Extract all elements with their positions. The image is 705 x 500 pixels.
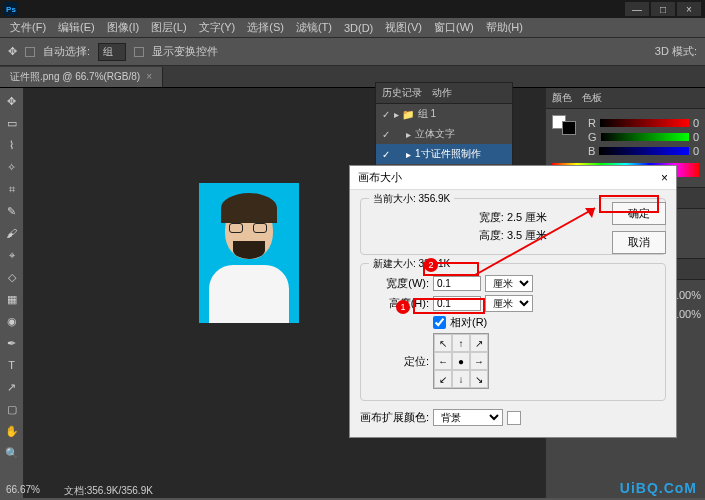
current-width: 宽度: 2.5 厘米 — [479, 210, 547, 225]
width-unit-select[interactable]: 厘米 — [485, 275, 533, 292]
g-label: G — [588, 131, 597, 143]
move-tool[interactable]: ✥ — [1, 91, 23, 111]
tab-actions[interactable]: 动作 — [432, 86, 452, 100]
menu-select[interactable]: 选择(S) — [243, 18, 288, 37]
document-tab[interactable]: 证件照.png @ 66.7%(RGB/8) × — [0, 67, 163, 87]
action-item[interactable]: ✓▸立体文字 — [376, 124, 512, 144]
toolbox: ✥ ▭ ⌇ ✧ ⌗ ✎ 🖌 ⌖ ◇ ▦ ◉ ✒ T ↗ ▢ ✋ 🔍 — [0, 88, 24, 498]
anchor-grid[interactable]: ↖↑↗ ←●→ ↙↓↘ — [433, 333, 489, 389]
menu-bar: 文件(F) 编辑(E) 图像(I) 图层(L) 文字(Y) 选择(S) 滤镜(T… — [0, 18, 705, 38]
gradient-tool[interactable]: ▦ — [1, 289, 23, 309]
window-titlebar: Ps — □ × — [0, 0, 705, 18]
show-transform-label: 显示变换控件 — [152, 44, 218, 59]
b-value: 0 — [693, 145, 699, 157]
wand-tool[interactable]: ✧ — [1, 157, 23, 177]
tab-close-icon[interactable]: × — [146, 71, 152, 82]
current-height: 高度: 3.5 厘米 — [479, 228, 547, 243]
action-item-selected[interactable]: ✓▸1寸证件照制作 — [376, 144, 512, 164]
brush-tool[interactable]: 🖌 — [1, 223, 23, 243]
width-input[interactable] — [433, 276, 481, 291]
hand-tool[interactable]: ✋ — [1, 421, 23, 441]
show-transform-checkbox[interactable] — [134, 47, 144, 57]
opacity-value[interactable]: 100% — [673, 289, 701, 301]
document-tab-title: 证件照.png @ 66.7%(RGB/8) — [10, 70, 140, 84]
menu-layer[interactable]: 图层(L) — [147, 18, 190, 37]
annotation-number-2: 2 — [424, 258, 438, 272]
tab-swatches[interactable]: 色板 — [582, 91, 602, 105]
menu-file[interactable]: 文件(F) — [6, 18, 50, 37]
text-tool[interactable]: T — [1, 355, 23, 375]
menu-image[interactable]: 图像(I) — [103, 18, 143, 37]
r-label: R — [588, 117, 596, 129]
doc-size: 文档:356.9K/356.9K — [64, 484, 153, 498]
ok-button[interactable]: 确定 — [612, 202, 666, 225]
menu-view[interactable]: 视图(V) — [381, 18, 426, 37]
photo-hair — [221, 193, 277, 223]
mode-3d-label: 3D 模式: — [655, 44, 697, 59]
id-photo-canvas — [199, 183, 299, 323]
g-value: 0 — [693, 131, 699, 143]
lasso-tool[interactable]: ⌇ — [1, 135, 23, 155]
r-slider[interactable] — [600, 119, 689, 127]
photo-shirt — [209, 265, 289, 323]
menu-edit[interactable]: 编辑(E) — [54, 18, 99, 37]
marquee-tool[interactable]: ▭ — [1, 113, 23, 133]
b-slider[interactable] — [599, 147, 689, 155]
crop-tool[interactable]: ⌗ — [1, 179, 23, 199]
menu-3d[interactable]: 3D(D) — [340, 20, 377, 36]
dialog-close-button[interactable]: × — [661, 171, 668, 185]
maximize-button[interactable]: □ — [651, 2, 675, 16]
bg-color-swatch[interactable] — [562, 121, 576, 135]
r-value: 0 — [693, 117, 699, 129]
auto-select-dropdown[interactable]: 组 — [98, 43, 126, 61]
extension-color-swatch[interactable] — [507, 411, 521, 425]
anchor-label: 定位: — [371, 354, 429, 369]
cancel-button[interactable]: 取消 — [612, 231, 666, 254]
photo-beard — [233, 241, 265, 259]
document-tabbar: 证件照.png @ 66.7%(RGB/8) × — [0, 66, 705, 88]
color-panel-tabs: 颜色 色板 — [546, 88, 705, 109]
path-tool[interactable]: ↗ — [1, 377, 23, 397]
close-window-button[interactable]: × — [677, 2, 701, 16]
pen-tool[interactable]: ✒ — [1, 333, 23, 353]
watermark: UiBQ.CoM — [620, 480, 697, 496]
annotation-number-1: 1 — [396, 300, 410, 314]
eraser-tool[interactable]: ◇ — [1, 267, 23, 287]
new-size-group: 新建大小: 382.1K 宽度(W): 厘米 高度(H): 厘米 相对(R) 定… — [360, 263, 666, 401]
window-controls: — □ × — [625, 2, 701, 16]
extension-color-label: 画布扩展颜色: — [360, 410, 429, 425]
eyedropper-tool[interactable]: ✎ — [1, 201, 23, 221]
action-item[interactable]: ✓▸ 📁组 1 — [376, 104, 512, 124]
relative-label: 相对(R) — [450, 315, 487, 330]
current-size-legend: 当前大小: 356.9K — [369, 192, 454, 206]
extension-color-select[interactable]: 背景 — [433, 409, 503, 426]
auto-select-label: 自动选择: — [43, 44, 90, 59]
stamp-tool[interactable]: ⌖ — [1, 245, 23, 265]
g-slider[interactable] — [601, 133, 689, 141]
shape-tool[interactable]: ▢ — [1, 399, 23, 419]
fill-value[interactable]: 100% — [673, 308, 701, 320]
new-size-legend: 新建大小: 382.1K — [369, 257, 454, 271]
menu-window[interactable]: 窗口(W) — [430, 18, 478, 37]
relative-checkbox[interactable] — [433, 316, 446, 329]
tab-history[interactable]: 历史记录 — [382, 86, 422, 100]
auto-select-checkbox[interactable] — [25, 47, 35, 57]
photo-glasses — [229, 223, 269, 233]
minimize-button[interactable]: — — [625, 2, 649, 16]
menu-type[interactable]: 文字(Y) — [195, 18, 240, 37]
blur-tool[interactable]: ◉ — [1, 311, 23, 331]
b-label: B — [588, 145, 595, 157]
zoom-tool[interactable]: 🔍 — [1, 443, 23, 463]
height-input[interactable] — [433, 296, 481, 311]
menu-help[interactable]: 帮助(H) — [482, 18, 527, 37]
move-tool-icon: ✥ — [8, 45, 17, 58]
height-unit-select[interactable]: 厘米 — [485, 295, 533, 312]
ps-logo-icon: Ps — [4, 2, 18, 16]
width-label: 宽度(W): — [371, 276, 429, 291]
menu-filter[interactable]: 滤镜(T) — [292, 18, 336, 37]
tab-color[interactable]: 颜色 — [552, 91, 572, 105]
status-bar: 66.67% 文档:356.9K/356.9K — [6, 484, 153, 498]
dialog-titlebar[interactable]: 画布大小 × — [350, 166, 676, 190]
dialog-title-text: 画布大小 — [358, 170, 402, 185]
zoom-level[interactable]: 66.67% — [6, 484, 40, 498]
